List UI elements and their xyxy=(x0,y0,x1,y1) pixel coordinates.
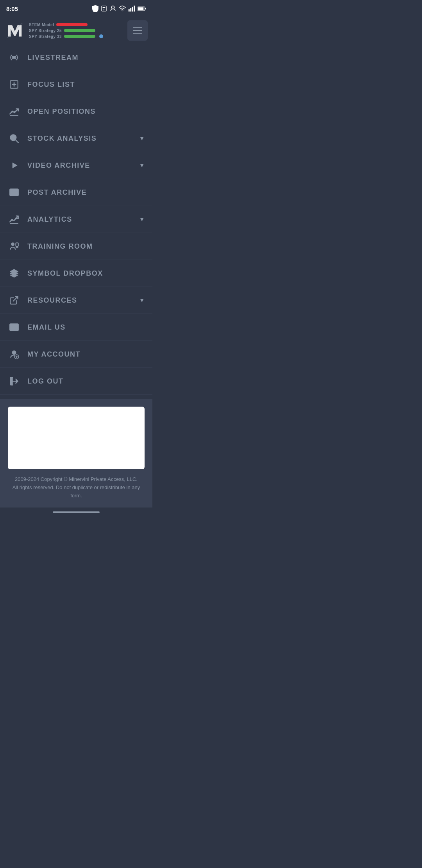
spy33-label: SPY Strategy 33 xyxy=(29,34,62,39)
bottom-bar xyxy=(0,508,152,517)
hamburger-line-1 xyxy=(133,27,142,28)
svg-line-34 xyxy=(13,296,18,301)
menu-item-log-out[interactable]: LOG OUT xyxy=(0,368,152,395)
indicator-dot xyxy=(99,34,103,38)
hamburger-line-3 xyxy=(133,33,142,34)
svg-rect-24 xyxy=(10,189,18,195)
analytics-icon xyxy=(8,213,20,226)
livestream-label: LIVESTREAM xyxy=(27,54,145,62)
svg-point-14 xyxy=(13,56,16,59)
shield-icon xyxy=(92,5,98,12)
training-room-label: TRAINING ROOM xyxy=(27,242,145,251)
svg-point-3 xyxy=(111,6,114,9)
svg-point-2 xyxy=(104,9,105,11)
resources-chevron: ▼ xyxy=(139,297,145,303)
nav-menu: LIVESTREAM FOCUS LIST OPEN POSITIONS xyxy=(0,44,152,395)
analytics-label: ANALYTICS xyxy=(27,215,132,224)
stem-model-label: STEM Model xyxy=(29,23,54,27)
spy25-label: SPY Strategy 25 xyxy=(29,29,62,33)
menu-item-open-positions[interactable]: OPEN POSITIONS xyxy=(0,98,152,125)
svg-point-4 xyxy=(122,11,123,11)
status-time: 8:05 xyxy=(6,5,18,12)
navbar: STEM Model SPY Strategy 25 SPY Strategy … xyxy=(0,17,152,44)
menu-item-video-archive[interactable]: VIDEO ARCHIVE ▼ xyxy=(0,152,152,179)
svg-point-36 xyxy=(13,351,16,354)
svg-rect-11 xyxy=(138,7,143,10)
account-icon xyxy=(8,348,20,360)
svg-rect-10 xyxy=(145,8,146,10)
bottom-bar-line xyxy=(53,511,100,513)
stock-analysis-chevron: ▼ xyxy=(139,135,145,142)
symbol-dropbox-icon xyxy=(8,267,20,280)
nav-indicators: STEM Model SPY Strategy 25 SPY Strategy … xyxy=(29,23,123,39)
open-positions-icon xyxy=(8,105,20,118)
menu-item-livestream[interactable]: LIVESTREAM xyxy=(0,44,152,71)
menu-item-stock-analysis[interactable]: STOCK ANALYSIS ▼ xyxy=(0,125,152,152)
svg-line-20 xyxy=(16,140,18,143)
email-icon xyxy=(8,321,20,334)
footer-white-box xyxy=(8,407,145,469)
video-archive-icon xyxy=(8,159,20,172)
footer: 2009-2024 Copyright © Minervini Private … xyxy=(0,399,152,508)
email-us-label: EMAIL US xyxy=(27,323,145,332)
svg-rect-5 xyxy=(129,9,130,12)
menu-item-post-archive[interactable]: POST ARCHIVE xyxy=(0,179,152,206)
status-bar: 8:05 xyxy=(0,0,152,17)
svg-marker-23 xyxy=(13,162,18,168)
menu-item-focus-list[interactable]: FOCUS LIST xyxy=(0,71,152,98)
post-archive-icon xyxy=(8,186,20,199)
stock-analysis-icon xyxy=(8,132,20,145)
spy33-bar xyxy=(64,35,95,38)
stem-model-row: STEM Model xyxy=(29,23,123,27)
log-out-label: LOG OUT xyxy=(27,377,145,386)
logout-icon xyxy=(8,375,20,387)
phone-icon xyxy=(101,5,107,12)
post-archive-label: POST ARCHIVE xyxy=(27,188,145,197)
svg-rect-0 xyxy=(102,6,106,11)
face-icon xyxy=(109,5,116,12)
battery-icon xyxy=(138,6,146,11)
svg-rect-6 xyxy=(130,8,131,12)
footer-copyright: 2009-2024 Copyright © Minervini Private … xyxy=(8,475,145,500)
stem-model-bar xyxy=(56,23,88,26)
focus-list-icon xyxy=(8,78,20,91)
menu-item-symbol-dropbox[interactable]: SYMBOL DROPBOX xyxy=(0,260,152,287)
status-icons xyxy=(92,5,146,12)
menu-item-training-room[interactable]: TRAINING ROOM xyxy=(0,233,152,260)
spy25-bar xyxy=(64,29,95,32)
menu-item-analytics[interactable]: ANALYTICS ▼ xyxy=(0,206,152,233)
livestream-icon xyxy=(8,51,20,64)
resources-label: RESOURCES xyxy=(27,296,132,305)
focus-list-label: FOCUS LIST xyxy=(27,81,145,89)
svg-point-30 xyxy=(12,243,14,246)
my-account-label: MY ACCOUNT xyxy=(27,350,145,359)
hamburger-button[interactable] xyxy=(127,20,148,41)
wifi-icon xyxy=(119,5,126,12)
spy25-row: SPY Strategy 25 xyxy=(29,29,123,33)
signal-icon xyxy=(128,5,135,12)
logo xyxy=(5,20,25,41)
video-archive-label: VIDEO ARCHIVE xyxy=(27,161,132,170)
svg-rect-31 xyxy=(16,243,18,246)
training-room-icon xyxy=(8,240,20,253)
resources-icon xyxy=(8,294,20,307)
menu-item-resources[interactable]: RESOURCES ▼ xyxy=(0,287,152,314)
open-positions-label: OPEN POSITIONS xyxy=(27,108,145,116)
stock-analysis-label: STOCK ANALYSIS xyxy=(27,135,132,143)
symbol-dropbox-label: SYMBOL DROPBOX xyxy=(27,269,145,278)
spy33-row: SPY Strategy 33 xyxy=(29,34,123,39)
analytics-chevron: ▼ xyxy=(139,216,145,222)
svg-rect-1 xyxy=(103,7,106,8)
menu-item-email-us[interactable]: EMAIL US xyxy=(0,314,152,341)
video-archive-chevron: ▼ xyxy=(139,162,145,169)
hamburger-line-2 xyxy=(133,30,142,31)
menu-item-my-account[interactable]: MY ACCOUNT xyxy=(0,341,152,368)
svg-rect-7 xyxy=(132,7,133,12)
svg-rect-26 xyxy=(11,190,13,190)
svg-rect-8 xyxy=(134,6,135,12)
